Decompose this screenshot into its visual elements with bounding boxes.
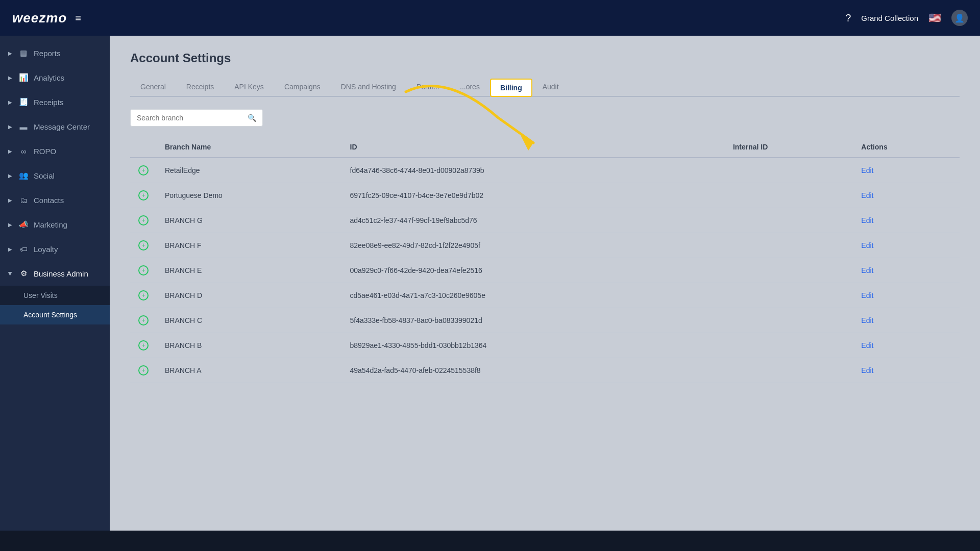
branch-status-cell: + bbox=[130, 208, 157, 233]
table-row: + BRANCH B b8929ae1-4330-4855-bdd1-030bb… bbox=[130, 333, 960, 358]
help-icon[interactable]: ? bbox=[845, 12, 851, 24]
expand-icon: ▶ bbox=[8, 222, 12, 228]
col-id: ID bbox=[342, 137, 725, 158]
sidebar: ▶ ▦ Reports ▶ 📊 Analytics ▶ 🧾 Receipts ▶… bbox=[0, 36, 110, 551]
expand-icon: ▶ bbox=[8, 246, 12, 252]
sidebar-item-business-admin[interactable]: ▶ ⚙ Business Admin bbox=[0, 261, 110, 286]
branch-internal-id-cell bbox=[725, 208, 853, 233]
branch-name-cell: BRANCH A bbox=[157, 358, 342, 383]
tab-audit[interactable]: Audit bbox=[532, 78, 569, 96]
branch-actions-cell: Edit bbox=[853, 258, 960, 283]
status-icon: + bbox=[138, 240, 149, 251]
col-branch-name: Branch Name bbox=[157, 137, 342, 158]
main-content: Account Settings General Receipts API Ke… bbox=[110, 36, 980, 551]
branch-internal-id-cell bbox=[725, 183, 853, 208]
branch-internal-id-cell bbox=[725, 358, 853, 383]
branches-table: Branch Name ID Internal ID Actions + Ret… bbox=[130, 137, 960, 383]
branch-actions-cell: Edit bbox=[853, 308, 960, 333]
avatar[interactable]: 👤 bbox=[951, 10, 968, 26]
sidebar-label-contacts: Contacts bbox=[34, 196, 102, 205]
branch-status-cell: + bbox=[130, 183, 157, 208]
edit-button[interactable]: Edit bbox=[861, 366, 873, 374]
branch-internal-id-cell bbox=[725, 308, 853, 333]
branch-actions-cell: Edit bbox=[853, 283, 960, 308]
tab-permissions[interactable]: Perm... bbox=[406, 78, 450, 96]
sidebar-item-marketing[interactable]: ▶ 📣 Marketing bbox=[0, 212, 110, 237]
status-icon: + bbox=[138, 265, 149, 276]
branch-id-cell: fd64a746-38c6-4744-8e01-d00902a8739b bbox=[342, 158, 725, 183]
expand-icon: ▶ bbox=[8, 271, 13, 276]
branch-internal-id-cell bbox=[725, 283, 853, 308]
navbar: weezmo ≡ ? Grand Collection 🇺🇸 👤 bbox=[0, 0, 980, 36]
analytics-icon: 📊 bbox=[18, 72, 29, 83]
branch-name-cell: BRANCH F bbox=[157, 233, 342, 258]
sidebar-item-reports[interactable]: ▶ ▦ Reports bbox=[0, 41, 110, 65]
branch-name-cell: BRANCH E bbox=[157, 258, 342, 283]
expand-icon: ▶ bbox=[8, 99, 12, 105]
branch-internal-id-cell bbox=[725, 233, 853, 258]
tab-campaigns[interactable]: Campaigns bbox=[274, 78, 331, 96]
sidebar-label-message-center: Message Center bbox=[34, 122, 102, 131]
table-row: + BRANCH E 00a929c0-7f66-42de-9420-dea74… bbox=[130, 258, 960, 283]
tab-receipts[interactable]: Receipts bbox=[176, 78, 224, 96]
sidebar-subitem-user-visits[interactable]: User Visits bbox=[0, 286, 110, 305]
social-icon: 👥 bbox=[18, 170, 29, 181]
edit-button[interactable]: Edit bbox=[861, 241, 873, 249]
edit-button[interactable]: Edit bbox=[861, 191, 873, 199]
hamburger-icon[interactable]: ≡ bbox=[75, 12, 81, 24]
edit-button[interactable]: Edit bbox=[861, 341, 873, 349]
expand-icon: ▶ bbox=[8, 124, 12, 130]
status-icon: + bbox=[138, 215, 149, 226]
sidebar-item-ropo[interactable]: ▶ ∞ ROPO bbox=[0, 139, 110, 163]
branch-actions-cell: Edit bbox=[853, 333, 960, 358]
branch-actions-cell: Edit bbox=[853, 358, 960, 383]
sidebar-subitem-account-settings[interactable]: Account Settings bbox=[0, 305, 110, 324]
branch-id-cell: b8929ae1-4330-4855-bdd1-030bb12b1364 bbox=[342, 333, 725, 358]
loyalty-icon: 🏷 bbox=[18, 244, 29, 254]
branch-name-cell: BRANCH D bbox=[157, 283, 342, 308]
sidebar-label-marketing: Marketing bbox=[34, 220, 102, 229]
sidebar-label-social: Social bbox=[34, 171, 102, 180]
tab-dns-hosting[interactable]: DNS and Hosting bbox=[331, 78, 406, 96]
branch-internal-id-cell bbox=[725, 158, 853, 183]
branch-internal-id-cell bbox=[725, 258, 853, 283]
flag-icon: 🇺🇸 bbox=[928, 12, 941, 24]
edit-button[interactable]: Edit bbox=[861, 291, 873, 299]
tab-billing[interactable]: Billing bbox=[490, 79, 532, 97]
bottom-bar bbox=[0, 531, 980, 551]
sidebar-item-social[interactable]: ▶ 👥 Social bbox=[0, 163, 110, 188]
sidebar-label-analytics: Analytics bbox=[34, 73, 102, 82]
tab-stores[interactable]: ...ores bbox=[450, 78, 490, 96]
search-icon: 🔍 bbox=[248, 114, 256, 122]
marketing-icon: 📣 bbox=[18, 219, 29, 230]
expand-icon: ▶ bbox=[8, 173, 12, 179]
status-icon: + bbox=[138, 165, 149, 176]
table-row: + BRANCH F 82ee08e9-ee82-49d7-82cd-1f2f2… bbox=[130, 233, 960, 258]
edit-button[interactable]: Edit bbox=[861, 266, 873, 274]
tab-general[interactable]: General bbox=[130, 78, 176, 96]
edit-button[interactable]: Edit bbox=[861, 166, 873, 174]
branch-id-cell: 6971fc25-09ce-4107-b4ce-3e7e0e9d7b02 bbox=[342, 183, 725, 208]
branch-actions-cell: Edit bbox=[853, 233, 960, 258]
branch-actions-cell: Edit bbox=[853, 208, 960, 233]
search-input[interactable] bbox=[137, 114, 243, 122]
sidebar-item-loyalty[interactable]: ▶ 🏷 Loyalty bbox=[0, 237, 110, 261]
branch-actions-cell: Edit bbox=[853, 183, 960, 208]
sidebar-item-contacts[interactable]: ▶ 🗂 Contacts bbox=[0, 188, 110, 212]
table-row: + Portuguese Demo 6971fc25-09ce-4107-b4c… bbox=[130, 183, 960, 208]
table-row: + RetailEdge fd64a746-38c6-4744-8e01-d00… bbox=[130, 158, 960, 183]
branch-name-cell: BRANCH C bbox=[157, 308, 342, 333]
logo: weezmo bbox=[12, 10, 67, 26]
sidebar-label-loyalty: Loyalty bbox=[34, 245, 102, 254]
sidebar-label-reports: Reports bbox=[34, 49, 102, 58]
col-internal-id: Internal ID bbox=[725, 137, 853, 158]
edit-button[interactable]: Edit bbox=[861, 316, 873, 324]
edit-button[interactable]: Edit bbox=[861, 216, 873, 224]
branch-status-cell: + bbox=[130, 358, 157, 383]
tab-api-keys[interactable]: API Keys bbox=[224, 78, 274, 96]
sidebar-item-analytics[interactable]: ▶ 📊 Analytics bbox=[0, 65, 110, 90]
ropo-icon: ∞ bbox=[18, 146, 29, 156]
sidebar-item-message-center[interactable]: ▶ ▬ Message Center bbox=[0, 114, 110, 139]
sidebar-item-receipts[interactable]: ▶ 🧾 Receipts bbox=[0, 90, 110, 114]
branch-internal-id-cell bbox=[725, 333, 853, 358]
